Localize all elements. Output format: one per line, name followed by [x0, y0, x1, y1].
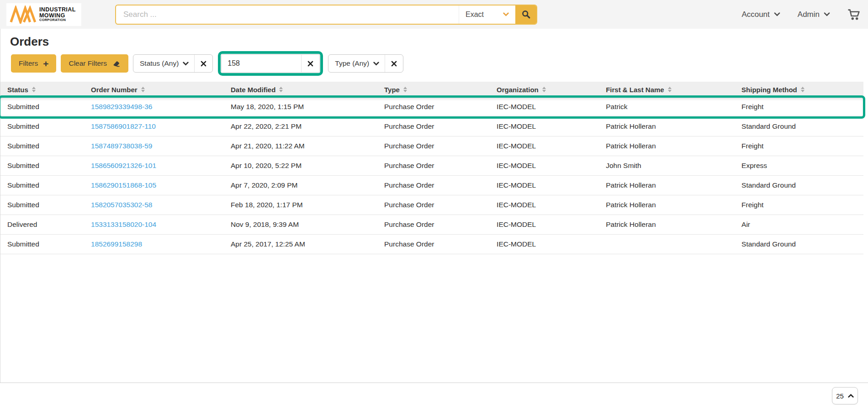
- cell-order-number: 1533133158020-104: [91, 220, 231, 229]
- cell-type: Purchase Order: [384, 181, 497, 189]
- status-filter-clear-button[interactable]: [194, 55, 212, 72]
- x-icon: [391, 61, 397, 67]
- sort-icon: [801, 87, 804, 92]
- type-filter-label: Type (Any): [335, 59, 369, 68]
- company-logo[interactable]: INDUSTRIAL MOWING CORPORATION: [6, 3, 81, 26]
- order-number-link[interactable]: 1852699158298: [91, 240, 142, 248]
- order-number-link[interactable]: 1586290151868-105: [91, 181, 156, 189]
- orders-table-header: Status Order Number Date Modified Type O…: [0, 82, 863, 97]
- cell-shipping-method: Air: [741, 220, 863, 229]
- clear-filters-button[interactable]: Clear Filters: [61, 54, 128, 73]
- cell-organization: IEC-MODEL: [497, 220, 606, 229]
- search-button[interactable]: [515, 5, 536, 24]
- column-header-label: First & Last Name: [606, 86, 664, 94]
- order-number-link[interactable]: 1586560921326-101: [91, 162, 156, 169]
- cell-shipping-method: Standard Ground: [741, 240, 863, 248]
- column-header[interactable]: Date Modified: [231, 86, 384, 94]
- column-header[interactable]: First & Last Name: [606, 86, 741, 94]
- column-header[interactable]: Organization: [497, 86, 606, 94]
- table-row[interactable]: Submitted 1589829339498-36 May 18, 2020,…: [0, 97, 863, 117]
- status-filter-label: Status (Any): [140, 59, 179, 68]
- cell-organization: IEC-MODEL: [497, 201, 606, 209]
- chevron-down-icon: [503, 12, 509, 16]
- search-mode-value: Exact: [466, 10, 484, 19]
- nav-account-label: Account: [741, 10, 769, 19]
- cell-date-modified: Apr 21, 2020, 11:22 AM: [231, 142, 384, 150]
- cell-status: Submitted: [0, 103, 91, 111]
- order-number-filter-clear-button[interactable]: [301, 55, 319, 72]
- column-header-label: Organization: [497, 86, 539, 94]
- table-row[interactable]: Submitted 1587586901827-110 Apr 22, 2020…: [0, 117, 863, 136]
- cell-status: Submitted: [0, 201, 91, 209]
- filters-button[interactable]: Filters +: [11, 54, 56, 73]
- cell-status: Submitted: [0, 162, 91, 170]
- order-number-link[interactable]: 1587489738038-59: [91, 142, 152, 150]
- order-number-link[interactable]: 1587586901827-110: [91, 122, 156, 130]
- column-header[interactable]: Shipping Method: [741, 86, 863, 94]
- plus-icon: +: [43, 59, 48, 68]
- cell-organization: IEC-MODEL: [497, 142, 606, 150]
- column-header[interactable]: Type: [384, 86, 497, 94]
- cell-type: Purchase Order: [384, 142, 497, 150]
- cell-organization: IEC-MODEL: [497, 122, 606, 131]
- nav-account[interactable]: Account: [741, 10, 780, 19]
- sort-icon: [542, 87, 546, 92]
- page-size-value: 25: [836, 392, 844, 400]
- cell-type: Purchase Order: [384, 103, 497, 111]
- cart-icon: [847, 9, 861, 21]
- table-row[interactable]: Submitted 1852699158298 Apr 25, 2017, 12…: [0, 235, 863, 254]
- cell-order-number: 1587586901827-110: [91, 122, 231, 131]
- table-row[interactable]: Submitted 1587489738038-59 Apr 21, 2020,…: [0, 136, 863, 156]
- logo-line-1: INDUSTRIAL: [39, 7, 76, 13]
- order-number-link[interactable]: 1533133158020-104: [91, 220, 156, 228]
- table-row[interactable]: Submitted 1586290151868-105 Apr 7, 2020,…: [0, 176, 863, 195]
- cell-date-modified: Apr 7, 2020, 2:09 PM: [231, 181, 384, 189]
- cell-type: Purchase Order: [384, 162, 497, 170]
- cell-shipping-method: Freight: [741, 142, 863, 150]
- search-mode-select[interactable]: Exact: [459, 5, 515, 24]
- clear-filters-button-label: Clear Filters: [69, 59, 107, 68]
- eraser-icon: [112, 59, 121, 68]
- x-icon: [307, 61, 313, 67]
- order-number-filter-input[interactable]: [222, 55, 301, 72]
- cell-status: Submitted: [0, 240, 91, 248]
- table-row[interactable]: Submitted 1582057035302-58 Feb 18, 2020,…: [0, 195, 863, 215]
- cell-shipping-method: Express: [741, 162, 863, 170]
- cell-order-number: 1589829339498-36: [91, 103, 231, 111]
- status-filter-dropdown[interactable]: Status (Any): [133, 54, 213, 73]
- column-header-label: Shipping Method: [741, 86, 797, 94]
- order-number-link[interactable]: 1582057035302-58: [91, 201, 152, 209]
- search-input[interactable]: [116, 5, 459, 24]
- type-filter-dropdown[interactable]: Type (Any): [328, 54, 403, 73]
- cell-organization: IEC-MODEL: [497, 181, 606, 189]
- chevron-down-icon: [373, 62, 379, 66]
- column-header-label: Type: [384, 86, 400, 94]
- cell-shipping-method: Standard Ground: [741, 122, 863, 131]
- page-title: Orders: [10, 35, 868, 49]
- sort-icon: [668, 87, 672, 92]
- cell-first-last-name: Patrick: [606, 103, 741, 111]
- sort-icon: [141, 87, 145, 92]
- content-left-edge: [0, 29, 0, 383]
- filter-bar: Filters + Clear Filters Status (Any): [11, 54, 868, 73]
- table-row[interactable]: Delivered 1533133158020-104 Nov 9, 2018,…: [0, 215, 863, 235]
- cell-order-number: 1587489738038-59: [91, 142, 231, 150]
- chevron-down-icon: [824, 12, 830, 16]
- top-bar: INDUSTRIAL MOWING CORPORATION Exact Acco…: [0, 0, 868, 29]
- type-filter-clear-button[interactable]: [385, 55, 403, 72]
- column-header[interactable]: Status: [0, 86, 91, 94]
- chevron-down-icon: [183, 62, 189, 66]
- cell-type: Purchase Order: [384, 201, 497, 209]
- column-header[interactable]: Order Number: [91, 86, 231, 94]
- chevron-down-icon: [774, 12, 780, 16]
- cell-first-last-name: Patrick Holleran: [606, 220, 741, 229]
- column-header-label: Status: [7, 86, 28, 94]
- order-number-link[interactable]: 1589829339498-36: [91, 103, 152, 110]
- cell-shipping-method: Freight: [741, 201, 863, 209]
- footer: 25: [0, 383, 868, 414]
- cart-button[interactable]: [847, 9, 861, 21]
- orders-table-body: Submitted 1589829339498-36 May 18, 2020,…: [0, 97, 863, 254]
- page-size-select[interactable]: 25: [832, 387, 858, 404]
- table-row[interactable]: Submitted 1586560921326-101 Apr 10, 2020…: [0, 156, 863, 176]
- nav-admin[interactable]: Admin: [798, 10, 830, 19]
